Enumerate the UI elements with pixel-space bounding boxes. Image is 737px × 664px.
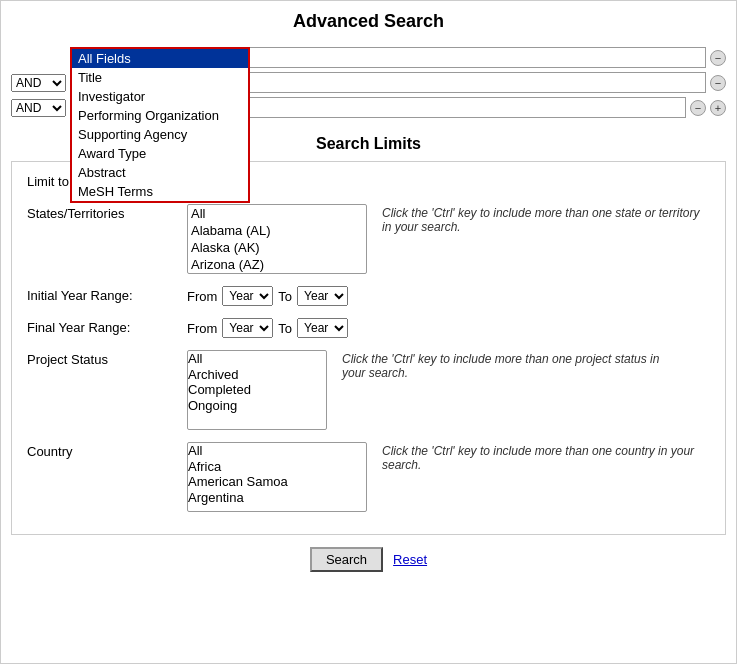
from-label-final: From — [187, 321, 217, 336]
final-year-to-select[interactable]: Year — [297, 318, 348, 338]
and-select-row3[interactable]: AND OR NOT — [11, 99, 66, 117]
initial-year-to-select[interactable]: Year — [297, 286, 348, 306]
search-input-row3[interactable] — [244, 97, 686, 118]
final-year-row: Final Year Range: From Year To Year — [27, 318, 710, 338]
final-year-from-select[interactable]: Year — [222, 318, 273, 338]
field-options-list: All Fields Title Investigator Performing… — [72, 49, 248, 201]
states-listbox-container: All Alabama (AL) Alaska (AK) Arizona (AZ… — [187, 204, 367, 274]
remove-row1-button[interactable]: − — [710, 50, 726, 66]
search-button[interactable]: Search — [310, 547, 383, 572]
country-listbox[interactable]: All Africa American Samoa Argentina — [187, 442, 367, 512]
project-status-listbox[interactable]: All Archived Completed Ongoing — [187, 350, 327, 430]
limits-section: Limit to Latest Update No Yes States/Ter… — [11, 161, 726, 535]
initial-year-range: From Year To Year — [187, 286, 710, 306]
add-row-button[interactable]: + — [710, 100, 726, 116]
country-content: All Africa American Samoa Argentina Clic… — [187, 442, 710, 512]
field-option-performing-org[interactable]: Performing Organization — [72, 106, 248, 125]
final-year-content: From Year To Year — [187, 318, 710, 338]
latest-update-content: No Yes — [187, 172, 710, 192]
field-dropdown-open[interactable]: All Fields Title Investigator Performing… — [70, 47, 250, 203]
page-container: Advanced Search All Fields All Fields Ti… — [0, 0, 737, 664]
states-listbox[interactable]: All Alabama (AL) Alaska (AK) Arizona (AZ… — [187, 204, 367, 274]
from-label-initial: From — [187, 289, 217, 304]
initial-year-row: Initial Year Range: From Year To Year — [27, 286, 710, 306]
field-dropdown-row1[interactable]: All Fields All Fields Title Investigator… — [70, 47, 240, 68]
to-label-final: To — [278, 321, 292, 336]
project-status-row: Project Status All Archived Completed On… — [27, 350, 710, 430]
bottom-buttons: Search Reset — [11, 547, 726, 572]
final-year-label: Final Year Range: — [27, 318, 187, 335]
field-option-title[interactable]: Title — [72, 68, 248, 87]
initial-year-content: From Year To Year — [187, 286, 710, 306]
country-hint: Click the 'Ctrl' key to include more tha… — [382, 442, 702, 472]
states-content: All Alabama (AL) Alaska (AK) Arizona (AZ… — [187, 204, 710, 274]
states-hint: Click the 'Ctrl' key to include more tha… — [382, 204, 702, 234]
states-row: States/Territories All Alabama (AL) Alas… — [27, 204, 710, 274]
search-input-row1[interactable] — [244, 47, 706, 68]
country-label: Country — [27, 442, 187, 459]
search-row-1: All Fields All Fields Title Investigator… — [11, 47, 726, 68]
field-option-allfields[interactable]: All Fields — [72, 49, 248, 68]
reset-link[interactable]: Reset — [393, 552, 427, 567]
field-option-award-type[interactable]: Award Type — [72, 144, 248, 163]
search-input-row2[interactable] — [244, 72, 706, 93]
initial-year-from-select[interactable]: Year — [222, 286, 273, 306]
project-status-hint: Click the 'Ctrl' key to include more tha… — [342, 350, 662, 380]
field-option-supporting-agency[interactable]: Supporting Agency — [72, 125, 248, 144]
country-listbox-container: All Africa American Samoa Argentina — [187, 442, 367, 512]
project-status-label: Project Status — [27, 350, 187, 367]
project-status-content: All Archived Completed Ongoing Click the… — [187, 350, 710, 430]
field-option-investigator[interactable]: Investigator — [72, 87, 248, 106]
remove-row2-button[interactable]: − — [710, 75, 726, 91]
states-label: States/Territories — [27, 204, 187, 221]
initial-year-label: Initial Year Range: — [27, 286, 187, 303]
search-rows-area: All Fields All Fields Title Investigator… — [11, 42, 726, 127]
field-option-mesh-terms[interactable]: MeSH Terms — [72, 182, 248, 201]
remove-row3-button[interactable]: − — [690, 100, 706, 116]
final-year-range: From Year To Year — [187, 318, 710, 338]
field-option-abstract[interactable]: Abstract — [72, 163, 248, 182]
page-title: Advanced Search — [11, 11, 726, 32]
country-row: Country All Africa American Samoa Argent… — [27, 442, 710, 512]
to-label-initial: To — [278, 289, 292, 304]
and-select-row2[interactable]: AND OR NOT — [11, 74, 66, 92]
